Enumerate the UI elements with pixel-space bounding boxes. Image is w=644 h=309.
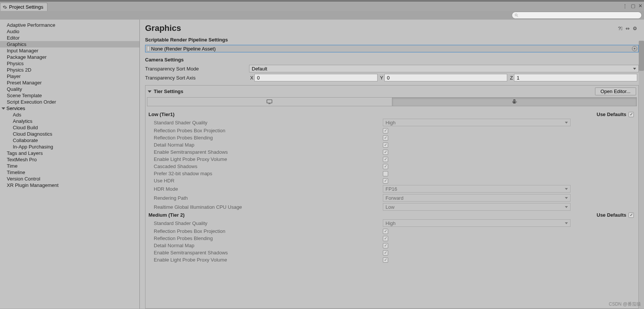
tier-prop-label: Cascaded Shadows	[154, 164, 383, 169]
tier-prop-row: Prefer 32-bit shadow maps	[145, 170, 638, 177]
sidebar-item-version-control[interactable]: Version Control	[0, 176, 139, 182]
tier-tab-desktop[interactable]	[147, 97, 392, 106]
tier-prop-checkbox[interactable]	[383, 171, 388, 176]
tier-prop-checkbox[interactable]	[383, 243, 388, 248]
sidebar-item-xr-plugin-management[interactable]: XR Plugin Management	[0, 182, 139, 188]
tier-settings-panel: Tier Settings Open Editor... Low (Tier1)…	[145, 85, 639, 309]
foldout-icon[interactable]	[148, 90, 151, 93]
sidebar-item-adaptive-performance[interactable]: Adaptive Performance	[0, 22, 139, 28]
search-input[interactable]	[512, 12, 642, 19]
tier-prop-checkbox[interactable]	[383, 150, 388, 155]
tier-prop-checkbox[interactable]	[383, 135, 388, 141]
desktop-icon	[266, 99, 272, 104]
object-picker-icon[interactable]	[632, 46, 637, 51]
search-row	[0, 11, 644, 20]
sidebar-item-scene-template[interactable]: Scene Template	[0, 92, 139, 99]
tier-prop-label: Use HDR	[154, 178, 383, 184]
svg-line-1	[517, 16, 518, 17]
gear-icon	[3, 5, 7, 9]
vertical-scrollbar[interactable]	[639, 41, 644, 309]
sidebar-item-cloud-build[interactable]: Cloud Build	[0, 124, 139, 131]
tier-prop-row: Enable Light Probe Proxy Volume	[145, 156, 638, 163]
sidebar-item-physics[interactable]: Physics	[0, 60, 139, 67]
sidebar-item-package-manager[interactable]: Package Manager	[0, 54, 139, 60]
tier-prop-checkbox[interactable]	[383, 142, 388, 148]
srp-asset-field[interactable]: None (Render Pipeline Asset)	[145, 45, 639, 52]
sidebar-item-cloud-diagnostics[interactable]: Cloud Diagnostics	[0, 131, 139, 137]
sidebar-item-physics-2d[interactable]: Physics 2D	[0, 67, 139, 73]
transparency-sort-mode-label: Transparency Sort Mode	[145, 66, 249, 72]
axis-y-input[interactable]: 0	[384, 74, 508, 81]
object-marker-icon	[147, 46, 150, 51]
sidebar-item-graphics[interactable]: Graphics	[0, 41, 139, 47]
tier-prop-checkbox[interactable]	[383, 229, 388, 234]
maximize-icon[interactable]: ▢	[631, 3, 635, 9]
use-defaults-checkbox[interactable]	[629, 213, 634, 218]
tier-prop-checkbox[interactable]	[383, 257, 388, 263]
chevron-down-icon	[565, 222, 568, 224]
tier-prop-row: Enable Light Probe Proxy Volume	[145, 256, 638, 263]
chevron-down-icon	[565, 197, 568, 199]
tier-tab-android[interactable]	[392, 97, 637, 106]
sidebar-item-preset-manager[interactable]: Preset Manager	[0, 80, 139, 86]
tier-prop-label: Enable Light Probe Proxy Volume	[154, 257, 383, 263]
scrollbar-thumb[interactable]	[639, 41, 644, 71]
sidebar-item-tags-and-layers[interactable]: Tags and Layers	[0, 150, 139, 156]
sidebar-item-ads[interactable]: Ads	[0, 112, 139, 118]
sidebar-item-in-app-purchasing[interactable]: In-App Purchasing	[0, 144, 139, 150]
tier-prop-dropdown[interactable]: High	[383, 119, 571, 126]
tier-prop-row: Standard Shader QualityHigh	[145, 118, 638, 127]
tab-project-settings[interactable]: Project Settings	[0, 3, 47, 11]
help-icon[interactable]: ?⃝	[618, 26, 623, 31]
chevron-down-icon	[565, 206, 568, 208]
sidebar-item-script-execution-order[interactable]: Script Execution Order	[0, 99, 139, 105]
sidebar-item-timeline[interactable]: Timeline	[0, 169, 139, 176]
camera-settings-heading: Camera Settings	[140, 55, 644, 64]
tier-prop-checkbox[interactable]	[383, 157, 388, 162]
sidebar-item-analytics[interactable]: Analytics	[0, 118, 139, 124]
transparency-sort-mode-dropdown[interactable]: Default	[249, 65, 639, 72]
axis-x-label: X	[249, 75, 254, 81]
collapse-icon[interactable]: ⇔	[626, 26, 630, 31]
tier-prop-row: Enable Semitransparent Shadows	[145, 249, 638, 256]
sidebar-group-services[interactable]: Services	[0, 105, 139, 112]
tier-prop-checkbox[interactable]	[383, 250, 388, 255]
srp-asset-value: None (Render Pipeline Asset)	[151, 46, 216, 52]
sidebar-item-textmesh-pro[interactable]: TextMesh Pro	[0, 156, 139, 163]
sidebar-item-editor[interactable]: Editor	[0, 35, 139, 41]
tier-prop-checkbox[interactable]	[383, 236, 388, 241]
tier-prop-row: Reflection Probes Blending	[145, 134, 638, 141]
chevron-down-icon	[2, 107, 5, 110]
tier-prop-checkbox[interactable]	[383, 128, 388, 133]
sidebar-item-player[interactable]: Player	[0, 73, 139, 80]
tier-prop-label: Enable Semitransparent Shadows	[154, 250, 383, 255]
kebab-menu-icon[interactable]: ⋮	[623, 3, 628, 9]
sidebar-item-input-manager[interactable]: Input Manager	[0, 47, 139, 54]
tier-prop-checkbox[interactable]	[383, 178, 388, 184]
transparency-sort-mode-value: Default	[252, 66, 267, 72]
transparency-sort-axis-label: Transparency Sort Axis	[145, 75, 249, 81]
tier-prop-label: Rendering Path	[154, 195, 383, 201]
close-icon[interactable]: ✕	[638, 3, 642, 9]
axis-z-input[interactable]: 1	[514, 74, 637, 81]
tier-prop-dropdown[interactable]: FP16	[383, 185, 571, 193]
tier-prop-label: Realtime Global Illumination CPU Usage	[154, 204, 383, 210]
preset-gear-icon[interactable]: ⚙	[633, 26, 637, 31]
tier-prop-checkbox[interactable]	[383, 164, 388, 169]
axis-x-input[interactable]: 0	[254, 74, 378, 81]
tier-prop-row: Detail Normal Map	[145, 141, 638, 148]
sidebar-item-collaborate[interactable]: Collaborate	[0, 137, 139, 144]
chevron-down-icon	[633, 68, 636, 70]
axis-y-label: Y	[379, 75, 384, 81]
tier-prop-dropdown[interactable]: Low	[383, 203, 571, 211]
sidebar-item-audio[interactable]: Audio	[0, 28, 139, 35]
use-defaults-checkbox[interactable]	[629, 112, 634, 117]
tier-prop-row: Cascaded Shadows	[145, 163, 638, 170]
tier-prop-dropdown[interactable]: High	[383, 219, 571, 227]
sidebar-item-time[interactable]: Time	[0, 163, 139, 169]
tier-prop-row: Enable Semitransparent Shadows	[145, 148, 638, 156]
sidebar-item-quality[interactable]: Quality	[0, 86, 139, 92]
open-editor-button[interactable]: Open Editor...	[595, 87, 636, 95]
tab-bar: Project Settings ⋮ ▢ ✕	[0, 2, 644, 11]
tier-prop-dropdown[interactable]: Forward	[383, 194, 571, 202]
